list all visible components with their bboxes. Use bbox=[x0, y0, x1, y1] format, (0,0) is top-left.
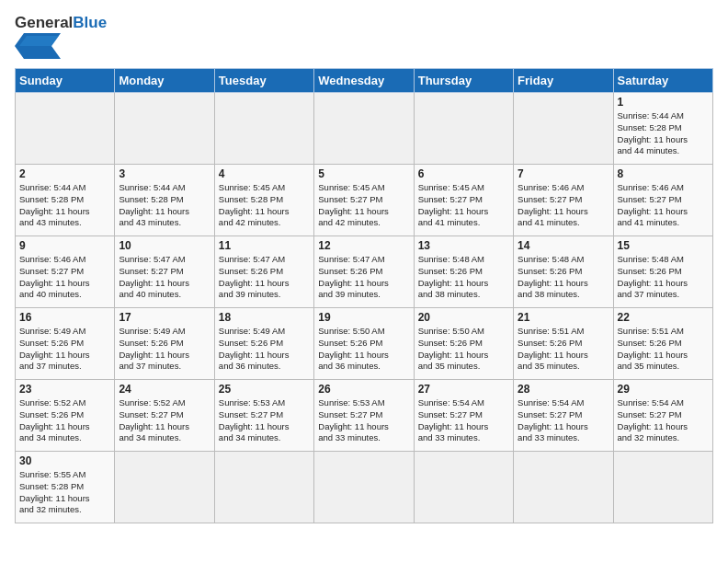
weekday-header-sunday: Sunday bbox=[16, 69, 115, 93]
day-info: Sunrise: 5:47 AM Sunset: 5:26 PM Dayligh… bbox=[318, 254, 409, 301]
week-row-1: 2Sunrise: 5:44 AM Sunset: 5:28 PM Daylig… bbox=[16, 165, 713, 236]
day-number: 16 bbox=[19, 311, 110, 324]
day-cell: 28Sunrise: 5:54 AM Sunset: 5:27 PM Dayli… bbox=[514, 380, 613, 452]
weekday-header-row: SundayMondayTuesdayWednesdayThursdayFrid… bbox=[16, 69, 713, 93]
day-info: Sunrise: 5:49 AM Sunset: 5:26 PM Dayligh… bbox=[19, 326, 110, 373]
logo: GeneralBlue bbox=[15, 15, 107, 59]
day-cell: 26Sunrise: 5:53 AM Sunset: 5:27 PM Dayli… bbox=[314, 380, 414, 452]
week-row-0: 1Sunrise: 5:44 AM Sunset: 5:28 PM Daylig… bbox=[16, 93, 713, 165]
day-number: 23 bbox=[19, 383, 110, 396]
day-number: 27 bbox=[418, 383, 509, 396]
day-number: 24 bbox=[119, 383, 210, 396]
day-info: Sunrise: 5:44 AM Sunset: 5:28 PM Dayligh… bbox=[19, 182, 110, 229]
day-cell: 25Sunrise: 5:53 AM Sunset: 5:27 PM Dayli… bbox=[214, 380, 313, 452]
day-info: Sunrise: 5:52 AM Sunset: 5:27 PM Dayligh… bbox=[119, 397, 210, 444]
day-cell: 27Sunrise: 5:54 AM Sunset: 5:27 PM Dayli… bbox=[414, 380, 513, 452]
day-cell bbox=[414, 93, 513, 165]
day-cell: 4Sunrise: 5:45 AM Sunset: 5:28 PM Daylig… bbox=[214, 165, 313, 236]
day-number: 25 bbox=[219, 383, 310, 396]
day-info: Sunrise: 5:47 AM Sunset: 5:26 PM Dayligh… bbox=[219, 254, 310, 301]
week-row-3: 16Sunrise: 5:49 AM Sunset: 5:26 PM Dayli… bbox=[16, 308, 713, 380]
day-cell: 23Sunrise: 5:52 AM Sunset: 5:26 PM Dayli… bbox=[16, 380, 115, 452]
day-cell: 9Sunrise: 5:46 AM Sunset: 5:27 PM Daylig… bbox=[16, 236, 115, 308]
day-info: Sunrise: 5:52 AM Sunset: 5:26 PM Dayligh… bbox=[19, 397, 110, 444]
day-cell: 19Sunrise: 5:50 AM Sunset: 5:26 PM Dayli… bbox=[314, 308, 414, 380]
day-number: 29 bbox=[618, 383, 709, 396]
day-cell: 10Sunrise: 5:47 AM Sunset: 5:27 PM Dayli… bbox=[115, 236, 214, 308]
day-cell: 1Sunrise: 5:44 AM Sunset: 5:28 PM Daylig… bbox=[613, 93, 712, 165]
day-cell bbox=[314, 93, 414, 165]
day-info: Sunrise: 5:50 AM Sunset: 5:26 PM Dayligh… bbox=[418, 326, 509, 373]
day-number: 30 bbox=[19, 454, 110, 467]
weekday-header-monday: Monday bbox=[115, 69, 214, 93]
day-number: 10 bbox=[119, 239, 210, 252]
day-number: 2 bbox=[19, 167, 110, 180]
day-number: 4 bbox=[219, 167, 310, 180]
day-info: Sunrise: 5:54 AM Sunset: 5:27 PM Dayligh… bbox=[418, 397, 509, 444]
day-number: 6 bbox=[418, 167, 509, 180]
logo-general: General bbox=[15, 14, 73, 31]
day-cell bbox=[514, 452, 613, 523]
page-header: GeneralBlue bbox=[15, 15, 713, 59]
day-cell bbox=[613, 452, 712, 523]
day-cell: 29Sunrise: 5:54 AM Sunset: 5:27 PM Dayli… bbox=[613, 380, 712, 452]
weekday-header-thursday: Thursday bbox=[414, 69, 513, 93]
day-cell: 17Sunrise: 5:49 AM Sunset: 5:26 PM Dayli… bbox=[115, 308, 214, 380]
day-cell: 21Sunrise: 5:51 AM Sunset: 5:26 PM Dayli… bbox=[514, 308, 613, 380]
day-number: 8 bbox=[618, 167, 709, 180]
weekday-header-wednesday: Wednesday bbox=[314, 69, 414, 93]
day-number: 20 bbox=[418, 311, 509, 324]
day-cell: 12Sunrise: 5:47 AM Sunset: 5:26 PM Dayli… bbox=[314, 236, 414, 308]
day-cell: 6Sunrise: 5:45 AM Sunset: 5:27 PM Daylig… bbox=[414, 165, 513, 236]
day-number: 5 bbox=[318, 167, 409, 180]
day-info: Sunrise: 5:48 AM Sunset: 5:26 PM Dayligh… bbox=[518, 254, 609, 301]
day-cell bbox=[115, 93, 214, 165]
day-info: Sunrise: 5:46 AM Sunset: 5:27 PM Dayligh… bbox=[618, 182, 709, 229]
logo-wordmark: GeneralBlue bbox=[15, 15, 107, 30]
day-number: 26 bbox=[318, 383, 409, 396]
day-info: Sunrise: 5:44 AM Sunset: 5:28 PM Dayligh… bbox=[119, 182, 210, 229]
calendar-table: SundayMondayTuesdayWednesdayThursdayFrid… bbox=[15, 68, 713, 523]
day-cell bbox=[214, 452, 313, 523]
weekday-header-saturday: Saturday bbox=[613, 69, 712, 93]
day-cell bbox=[414, 452, 513, 523]
day-info: Sunrise: 5:54 AM Sunset: 5:27 PM Dayligh… bbox=[618, 397, 709, 444]
day-info: Sunrise: 5:44 AM Sunset: 5:28 PM Dayligh… bbox=[618, 110, 709, 157]
day-cell: 5Sunrise: 5:45 AM Sunset: 5:27 PM Daylig… bbox=[314, 165, 414, 236]
day-number: 21 bbox=[518, 311, 609, 324]
day-info: Sunrise: 5:49 AM Sunset: 5:26 PM Dayligh… bbox=[119, 326, 210, 373]
day-cell bbox=[314, 452, 414, 523]
day-number: 28 bbox=[518, 383, 609, 396]
day-number: 17 bbox=[119, 311, 210, 324]
day-cell: 30Sunrise: 5:55 AM Sunset: 5:28 PM Dayli… bbox=[16, 452, 115, 523]
day-info: Sunrise: 5:46 AM Sunset: 5:27 PM Dayligh… bbox=[518, 182, 609, 229]
logo-icon bbox=[15, 33, 61, 59]
day-info: Sunrise: 5:55 AM Sunset: 5:28 PM Dayligh… bbox=[19, 469, 110, 516]
day-number: 3 bbox=[119, 167, 210, 180]
day-cell: 13Sunrise: 5:48 AM Sunset: 5:26 PM Dayli… bbox=[414, 236, 513, 308]
weekday-header-friday: Friday bbox=[514, 69, 613, 93]
day-number: 18 bbox=[219, 311, 310, 324]
day-info: Sunrise: 5:50 AM Sunset: 5:26 PM Dayligh… bbox=[318, 326, 409, 373]
day-info: Sunrise: 5:48 AM Sunset: 5:26 PM Dayligh… bbox=[418, 254, 509, 301]
day-number: 13 bbox=[418, 239, 509, 252]
logo-blue: Blue bbox=[73, 14, 107, 31]
day-number: 1 bbox=[618, 96, 709, 109]
day-number: 7 bbox=[518, 167, 609, 180]
day-number: 9 bbox=[19, 239, 110, 252]
day-number: 15 bbox=[618, 239, 709, 252]
day-number: 14 bbox=[518, 239, 609, 252]
week-row-4: 23Sunrise: 5:52 AM Sunset: 5:26 PM Dayli… bbox=[16, 380, 713, 452]
day-cell: 14Sunrise: 5:48 AM Sunset: 5:26 PM Dayli… bbox=[514, 236, 613, 308]
day-number: 11 bbox=[219, 239, 310, 252]
day-cell bbox=[514, 93, 613, 165]
day-info: Sunrise: 5:53 AM Sunset: 5:27 PM Dayligh… bbox=[219, 397, 310, 444]
day-cell bbox=[115, 452, 214, 523]
weekday-header-tuesday: Tuesday bbox=[214, 69, 313, 93]
day-cell: 2Sunrise: 5:44 AM Sunset: 5:28 PM Daylig… bbox=[16, 165, 115, 236]
day-info: Sunrise: 5:47 AM Sunset: 5:27 PM Dayligh… bbox=[119, 254, 210, 301]
day-info: Sunrise: 5:45 AM Sunset: 5:28 PM Dayligh… bbox=[219, 182, 310, 229]
day-cell bbox=[16, 93, 115, 165]
day-info: Sunrise: 5:45 AM Sunset: 5:27 PM Dayligh… bbox=[318, 182, 409, 229]
week-row-2: 9Sunrise: 5:46 AM Sunset: 5:27 PM Daylig… bbox=[16, 236, 713, 308]
